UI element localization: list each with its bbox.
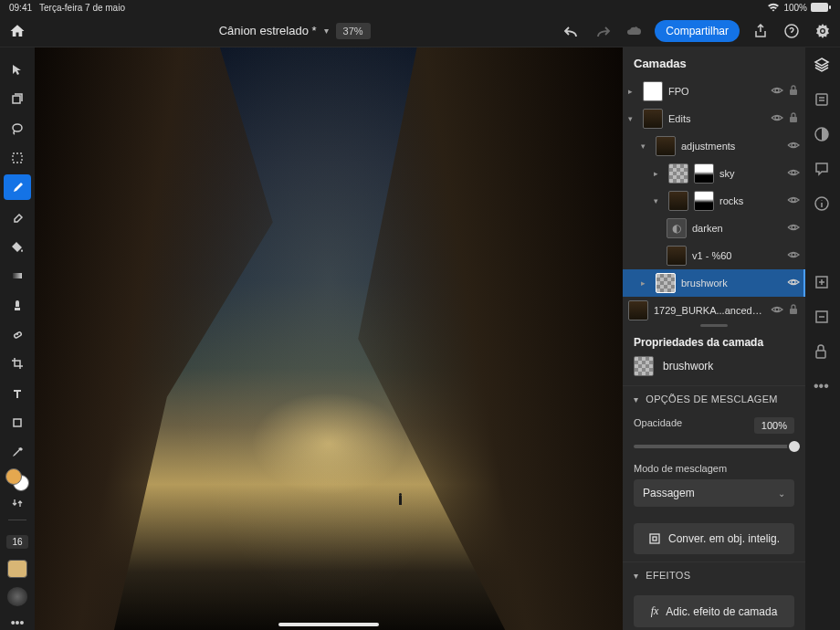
svg-point-10 xyxy=(775,116,779,120)
layer-row-source[interactable]: 1729_BURKA...anced-NR33 xyxy=(623,297,805,324)
effects-toggle[interactable]: ▾ EFEITOS xyxy=(623,562,805,588)
layer-row-rocks[interactable]: ▾ rocks xyxy=(623,187,805,215)
lock-icon[interactable] xyxy=(789,85,800,98)
selection-tool[interactable] xyxy=(4,145,31,171)
add-layer-icon[interactable] xyxy=(814,274,832,292)
svg-point-17 xyxy=(792,280,795,284)
home-icon[interactable] xyxy=(7,21,27,41)
svg-rect-5 xyxy=(13,273,22,278)
adjustments-icon[interactable] xyxy=(814,126,832,144)
lock-panel-icon[interactable] xyxy=(814,343,832,362)
properties-icon[interactable] xyxy=(814,91,832,110)
svg-point-16 xyxy=(792,253,795,257)
disclose-icon[interactable]: ▾ xyxy=(641,142,650,151)
status-date: Terça-feira 7 de maio xyxy=(39,3,125,13)
brush-size-value[interactable]: 16 xyxy=(6,535,27,549)
blend-mode-label: Modo de mesclagem xyxy=(634,463,794,474)
disclose-icon[interactable]: ▸ xyxy=(641,278,650,288)
undo-button[interactable] xyxy=(562,21,582,41)
document-title: Cânion estrelado * xyxy=(219,24,317,37)
opacity-field: Opacidade 100% xyxy=(623,412,805,457)
gradient-tool[interactable] xyxy=(4,263,31,289)
cloud-icon[interactable] xyxy=(624,21,644,41)
redo-button[interactable] xyxy=(593,21,613,41)
lock-icon[interactable] xyxy=(789,304,800,317)
disclose-icon[interactable]: ▾ xyxy=(654,196,663,205)
swap-colors-icon[interactable] xyxy=(8,495,26,512)
export-icon[interactable] xyxy=(751,21,771,41)
selected-layer-name: brushwork xyxy=(663,360,713,373)
visibility-icon[interactable] xyxy=(787,223,800,234)
more-tools-icon[interactable]: ••• xyxy=(11,615,25,630)
layer-row-sky[interactable]: ▸ sky xyxy=(623,160,805,187)
visibility-icon[interactable] xyxy=(787,278,800,289)
battery-icon xyxy=(811,3,831,12)
svg-rect-21 xyxy=(653,537,656,541)
shape-tool[interactable] xyxy=(4,410,31,436)
blend-mode-dropdown[interactable]: Passagem ⌄ xyxy=(634,479,794,507)
toolbar: 16 ••• xyxy=(0,47,35,630)
progress-badge: 37% xyxy=(336,23,371,39)
svg-rect-9 xyxy=(790,89,797,95)
info-icon[interactable] xyxy=(814,195,832,214)
lasso-tool[interactable] xyxy=(4,115,31,141)
move-tool[interactable] xyxy=(4,57,31,82)
opacity-label: Opacidade xyxy=(634,417,682,428)
layer-row-fpo[interactable]: ▸ FPO xyxy=(623,78,805,105)
visibility-icon[interactable] xyxy=(787,141,800,152)
canvas[interactable] xyxy=(35,47,623,630)
settings-gear-icon[interactable] xyxy=(813,21,833,41)
layer-row-adjustments[interactable]: ▾ adjustments xyxy=(623,132,805,160)
brush-preview[interactable] xyxy=(7,587,27,606)
disclose-icon[interactable]: ▾ xyxy=(628,114,637,123)
opacity-slider[interactable] xyxy=(634,445,794,448)
svg-point-15 xyxy=(792,226,795,229)
selected-layer-info: brushwork xyxy=(623,356,805,385)
crop-tool[interactable] xyxy=(4,351,31,376)
disclose-icon[interactable]: ▸ xyxy=(628,87,637,96)
svg-point-13 xyxy=(792,171,795,174)
blend-options-toggle[interactable]: ▾ OPÇÕES DE MESCLAGEM xyxy=(623,385,805,412)
layer-row-edits[interactable]: ▾ Edits xyxy=(623,105,805,132)
add-layer-effect-button[interactable]: fx Adic. efeito de camada xyxy=(634,595,794,627)
help-icon[interactable] xyxy=(782,21,802,41)
fill-tool[interactable] xyxy=(4,233,31,258)
visibility-icon[interactable] xyxy=(787,168,800,179)
share-button[interactable]: Compartilhar xyxy=(655,20,740,42)
properties-panel-title: Propriedades da camada xyxy=(623,327,805,356)
clone-stamp-tool[interactable] xyxy=(4,292,31,318)
layers-panel-title: Camadas xyxy=(623,47,805,78)
status-bar: 09:41 Terça-feira 7 de maio 100% xyxy=(0,0,840,15)
more-panel-icon[interactable]: ••• xyxy=(814,378,832,396)
lock-icon[interactable] xyxy=(789,112,800,125)
type-tool[interactable] xyxy=(4,381,31,406)
opacity-value[interactable]: 100% xyxy=(754,417,794,434)
svg-rect-0 xyxy=(811,3,828,12)
active-color-chip[interactable] xyxy=(7,560,27,579)
svg-point-8 xyxy=(775,89,779,92)
convert-smart-object-button[interactable]: Conver. em obj. intelig. xyxy=(634,523,794,554)
layer-row-brushwork[interactable]: ▸ brushwork xyxy=(623,269,805,297)
slider-knob[interactable] xyxy=(787,439,802,454)
color-swatches[interactable] xyxy=(5,468,29,490)
heal-tool[interactable] xyxy=(4,321,31,347)
delete-layer-icon[interactable] xyxy=(814,309,832,327)
visibility-icon[interactable] xyxy=(787,195,800,206)
right-panel: Camadas ▸ FPO ▾ Edits ▾ adjustments ▸ sk… xyxy=(623,47,805,630)
eyedropper-tool[interactable] xyxy=(4,439,31,465)
brush-tool[interactable] xyxy=(4,174,31,200)
layer-row-v1[interactable]: v1 - %60 xyxy=(623,242,805,269)
comments-icon[interactable] xyxy=(814,161,832,179)
visibility-icon[interactable] xyxy=(771,86,783,97)
visibility-icon[interactable] xyxy=(771,113,783,124)
layers-icon[interactable] xyxy=(814,57,832,75)
svg-rect-4 xyxy=(13,153,22,163)
visibility-icon[interactable] xyxy=(771,305,783,316)
disclose-icon[interactable]: ▸ xyxy=(654,169,663,178)
layer-row-darken[interactable]: ◐ darken xyxy=(623,215,805,242)
doc-title-area[interactable]: Cânion estrelado * ▾ 37% xyxy=(27,23,562,39)
eraser-tool[interactable] xyxy=(4,204,31,229)
transform-tool[interactable] xyxy=(4,86,31,111)
visibility-icon[interactable] xyxy=(787,250,800,261)
svg-rect-22 xyxy=(816,94,827,105)
